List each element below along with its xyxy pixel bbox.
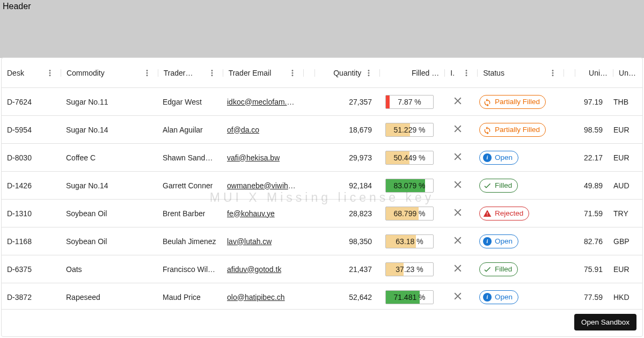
cell-commodity[interactable]: Rapeseed	[61, 283, 157, 309]
cell-quantity[interactable]: 29,973	[313, 144, 377, 172]
column-header-trader-email[interactable]: Trader Email	[223, 58, 304, 88]
cell-trader-email[interactable]: vafi@hekisa.bw	[222, 144, 302, 172]
cell-unit-price[interactable]: 22.17	[570, 144, 608, 172]
cell-commodity[interactable]: Sugar No.14	[61, 116, 157, 144]
cell-trader-email[interactable]: owmanebe@viwihi…	[222, 172, 302, 200]
cell-trader-name[interactable]: Brent Barber	[157, 200, 222, 227]
table-row[interactable]: D-1426Sugar No.14Garrett Connerowmanebe@…	[2, 172, 642, 200]
email-link[interactable]: lav@lutah.cw	[227, 237, 272, 246]
cell-currency[interactable]: AUD	[608, 172, 637, 200]
column-header-unit-price[interactable]: Uni…	[575, 58, 613, 88]
cell-desk[interactable]: D-6375	[2, 255, 61, 283]
cell-filled-quantity[interactable]: 63.18 %	[377, 227, 442, 255]
cell-trader-name[interactable]: Francisco Will…	[157, 255, 222, 283]
cell-currency[interactable]: THB	[608, 88, 637, 116]
cell-commodity[interactable]: Sugar No.14	[61, 172, 157, 200]
cell-is-filled[interactable]	[442, 283, 474, 309]
cell-trader-email[interactable]: olo@hatipibec.ch	[222, 283, 302, 309]
cell-currency[interactable]: EUR	[608, 144, 637, 172]
cell-commodity[interactable]: Oats	[61, 255, 157, 283]
more-vert-icon[interactable]	[363, 65, 374, 80]
more-vert-icon[interactable]	[45, 65, 55, 80]
cell-currency[interactable]: TRY	[608, 200, 637, 227]
cell-currency[interactable]: HKD	[608, 283, 637, 309]
cell-trader-email[interactable]: fe@kohauv.ye	[222, 200, 302, 227]
more-vert-icon[interactable]	[547, 65, 558, 80]
cell-trader-email[interactable]: of@da.co	[222, 116, 302, 144]
table-row[interactable]: D-8030Coffee CShawn Sando…vafi@hekisa.bw…	[2, 144, 642, 172]
cell-unit-price[interactable]: 75.91	[570, 255, 608, 283]
more-vert-icon[interactable]	[207, 65, 217, 80]
cell-trader-email[interactable]: afiduv@gotod.tk	[222, 255, 302, 283]
cell-trader-name[interactable]: Garrett Conner	[157, 172, 222, 200]
table-row[interactable]: D-7624Sugar No.11Edgar Westidkoc@meclofa…	[2, 88, 642, 116]
email-link[interactable]: of@da.co	[227, 126, 259, 134]
email-link[interactable]: olo@hatipibec.ch	[227, 293, 285, 302]
column-header-commodity[interactable]: Commodity	[61, 58, 158, 88]
table-row[interactable]: D-1168Soybean OilBeulah Jimenezlav@lutah…	[2, 227, 642, 255]
cell-commodity[interactable]: Sugar No.11	[61, 88, 157, 116]
column-header-spacer[interactable]	[304, 58, 314, 88]
more-vert-icon[interactable]	[287, 65, 298, 80]
column-header-trader-name[interactable]: Trader…	[158, 58, 223, 88]
cell-status[interactable]: Partially Filled	[474, 116, 560, 144]
cell-is-filled[interactable]	[442, 255, 474, 283]
cell-desk[interactable]: D-1426	[2, 172, 61, 200]
cell-unit-price[interactable]: 98.59	[570, 116, 608, 144]
column-header-desk[interactable]: Desk	[2, 58, 61, 88]
cell-trader-name[interactable]: Alan Aguilar	[157, 116, 222, 144]
column-header-status[interactable]: Status	[478, 58, 564, 88]
cell-currency[interactable]: EUR	[608, 255, 637, 283]
open-sandbox-button[interactable]: Open Sandbox	[574, 314, 636, 330]
column-header-spacer[interactable]	[564, 58, 575, 88]
email-link[interactable]: vafi@hekisa.bw	[227, 153, 280, 162]
column-header-is-filled[interactable]: I.	[445, 58, 477, 88]
cell-trader-name[interactable]: Beulah Jimenez	[157, 227, 222, 255]
cell-unit-price[interactable]: 82.76	[570, 227, 608, 255]
more-vert-icon[interactable]	[311, 65, 314, 80]
cell-filled-quantity[interactable]: 68.799 %	[377, 200, 442, 227]
more-vert-icon[interactable]	[461, 65, 472, 80]
email-link[interactable]: idkoc@meclofam.g…	[227, 98, 297, 106]
email-link[interactable]: afiduv@gotod.tk	[227, 265, 281, 274]
cell-trader-name[interactable]: Shawn Sando…	[157, 144, 222, 172]
cell-is-filled[interactable]	[442, 172, 474, 200]
column-header-currency[interactable]: Unit P	[613, 58, 642, 88]
email-link[interactable]: fe@kohauv.ye	[227, 209, 275, 218]
cell-status[interactable]: Rejected	[474, 200, 560, 227]
cell-quantity[interactable]: 18,679	[313, 116, 377, 144]
cell-filled-quantity[interactable]: 50.449 %	[377, 144, 442, 172]
cell-desk[interactable]: D-5954	[2, 116, 61, 144]
cell-trader-name[interactable]: Edgar West	[157, 88, 222, 116]
cell-unit-price[interactable]: 97.19	[570, 88, 608, 116]
column-header-filled-quantity[interactable]: Filled …	[380, 58, 444, 88]
table-row[interactable]: D-6375OatsFrancisco Will…afiduv@gotod.tk…	[2, 255, 642, 283]
cell-desk[interactable]: D-3872	[2, 283, 61, 309]
cell-quantity[interactable]: 21,437	[313, 255, 377, 283]
cell-quantity[interactable]: 92,184	[313, 172, 377, 200]
cell-status[interactable]: Partially Filled	[474, 88, 560, 116]
cell-filled-quantity[interactable]: 83.079 %	[377, 172, 442, 200]
cell-commodity[interactable]: Soybean Oil	[61, 227, 157, 255]
cell-quantity[interactable]: 98,350	[313, 227, 377, 255]
cell-status[interactable]: iOpen	[474, 144, 560, 172]
cell-desk[interactable]: D-7624	[2, 88, 61, 116]
table-row[interactable]: D-5954Sugar No.14Alan Aguilarof@da.co18,…	[2, 116, 642, 144]
cell-is-filled[interactable]	[442, 227, 474, 255]
cell-filled-quantity[interactable]: 7.87 %	[377, 88, 442, 116]
cell-status[interactable]: iOpen	[474, 227, 560, 255]
cell-trader-email[interactable]: lav@lutah.cw	[222, 227, 302, 255]
cell-unit-price[interactable]: 49.89	[570, 172, 608, 200]
more-vert-icon[interactable]	[142, 65, 152, 80]
cell-quantity[interactable]: 28,823	[313, 200, 377, 227]
table-row[interactable]: D-3872RapeseedMaud Priceolo@hatipibec.ch…	[2, 283, 642, 309]
cell-is-filled[interactable]	[442, 200, 474, 227]
cell-desk[interactable]: D-8030	[2, 144, 61, 172]
cell-currency[interactable]: GBP	[608, 227, 637, 255]
cell-commodity[interactable]: Soybean Oil	[61, 200, 157, 227]
cell-status[interactable]: iOpen	[474, 283, 560, 309]
cell-is-filled[interactable]	[442, 88, 474, 116]
cell-unit-price[interactable]: 71.59	[570, 200, 608, 227]
cell-commodity[interactable]: Coffee C	[61, 144, 157, 172]
cell-filled-quantity[interactable]: 71.481 %	[377, 283, 442, 309]
